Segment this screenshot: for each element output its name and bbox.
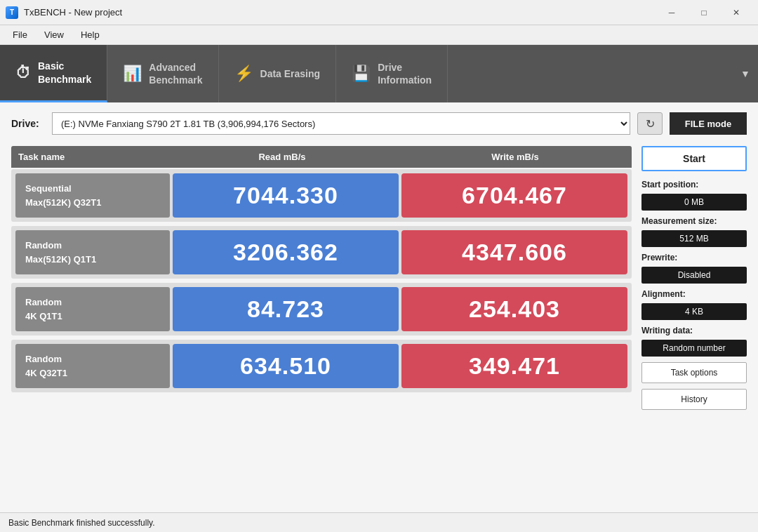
close-button[interactable]: ✕	[720, 0, 752, 25]
task-name-random-512k: RandomMax(512K) Q1T1	[15, 230, 170, 274]
tab-drive-information-label: DriveInformation	[378, 61, 432, 86]
read-value-random-4k-q32t1: 634.510	[173, 344, 399, 388]
writing-data-value: Random number	[641, 340, 747, 357]
table-row: SequentialMax(512K) Q32T1 7044.330 6704.…	[11, 169, 632, 222]
table-row: RandomMax(512K) Q1T1 3206.362 4347.606	[11, 226, 632, 279]
table-row: Random4K Q32T1 634.510 349.471	[11, 340, 632, 392]
drive-label: Drive:	[11, 118, 45, 129]
write-value-random-4k-q32t1: 349.471	[401, 344, 627, 388]
basic-benchmark-icon: ⏱	[15, 64, 31, 82]
writing-data-label: Writing data:	[641, 326, 747, 335]
menu-bar: File View Help	[0, 25, 758, 45]
file-mode-button[interactable]: FILE mode	[670, 112, 747, 135]
toolbar-dropdown[interactable]: ▼	[733, 45, 758, 102]
start-position-label: Start position:	[641, 180, 747, 189]
title-bar: T TxBENCH - New project ─ □ ✕	[0, 0, 758, 25]
prewrite-value: Disabled	[641, 267, 747, 284]
tab-basic-benchmark[interactable]: ⏱ BasicBenchmark	[0, 45, 107, 102]
refresh-button[interactable]: ↻	[637, 112, 663, 135]
drive-row: Drive: (E:) NVMe Fanxiang S790 2T 1.81 T…	[11, 112, 747, 135]
read-value-random-512k: 3206.362	[173, 230, 399, 274]
advanced-benchmark-icon: 📊	[123, 65, 142, 83]
window-controls: ─ □ ✕	[656, 0, 752, 25]
write-value-sequential: 6704.467	[401, 173, 627, 218]
measurement-size-value: 512 MB	[641, 230, 747, 247]
write-value-random-4k-q1t1: 254.403	[401, 287, 627, 331]
tab-data-erasing[interactable]: ⚡ Data Erasing	[219, 45, 337, 102]
header-task-name: Task name	[11, 146, 166, 168]
status-message: Basic Benchmark finished successfully.	[8, 518, 155, 528]
prewrite-label: Prewrite:	[641, 253, 747, 262]
task-name-random-4k-q32t1: Random4K Q32T1	[15, 344, 170, 388]
data-erasing-icon: ⚡	[234, 65, 253, 83]
read-value-sequential: 7044.330	[173, 173, 399, 218]
task-name-sequential: SequentialMax(512K) Q32T1	[15, 173, 170, 218]
menu-file[interactable]: File	[6, 28, 34, 41]
status-bar: Basic Benchmark finished successfully.	[0, 512, 758, 532]
alignment-value: 4 KB	[641, 303, 747, 320]
tab-advanced-benchmark[interactable]: 📊 AdvancedBenchmark	[107, 45, 218, 102]
measurement-size-label: Measurement size:	[641, 216, 747, 226]
window-title: TxBENCH - New project	[24, 7, 122, 18]
write-value-random-512k: 4347.606	[401, 230, 627, 274]
table-row: Random4K Q1T1 84.723 254.403	[11, 283, 632, 335]
header-read: Read mB/s	[166, 146, 399, 168]
start-button[interactable]: Start	[641, 146, 747, 171]
read-value-random-4k-q1t1: 84.723	[173, 287, 399, 331]
content-area: Task name Read mB/s Write mB/s Sequentia…	[11, 146, 747, 410]
app-icon: T	[6, 6, 18, 19]
drive-information-icon: 💾	[352, 65, 371, 83]
menu-view[interactable]: View	[37, 28, 71, 41]
tab-basic-benchmark-label: BasicBenchmark	[38, 60, 91, 85]
alignment-label: Alignment:	[641, 289, 747, 299]
minimize-button[interactable]: ─	[656, 0, 688, 25]
header-write: Write mB/s	[399, 146, 632, 168]
menu-help[interactable]: Help	[74, 28, 107, 41]
table-header: Task name Read mB/s Write mB/s	[11, 146, 632, 168]
right-panel: Start Start position: 0 MB Measurement s…	[641, 146, 747, 410]
drive-select[interactable]: (E:) NVMe Fanxiang S790 2T 1.81 TB (3,90…	[52, 112, 630, 135]
tab-drive-information[interactable]: 💾 DriveInformation	[336, 45, 448, 102]
task-name-random-4k-q1t1: Random4K Q1T1	[15, 287, 170, 331]
maximize-button[interactable]: □	[688, 0, 720, 25]
benchmark-table: Task name Read mB/s Write mB/s Sequentia…	[11, 146, 632, 410]
history-button[interactable]: History	[641, 389, 747, 410]
toolbar: ⏱ BasicBenchmark 📊 AdvancedBenchmark ⚡ D…	[0, 45, 758, 102]
task-options-button[interactable]: Task options	[641, 362, 747, 383]
tab-advanced-benchmark-label: AdvancedBenchmark	[149, 61, 202, 86]
start-position-value: 0 MB	[641, 194, 747, 211]
tab-data-erasing-label: Data Erasing	[260, 67, 321, 80]
